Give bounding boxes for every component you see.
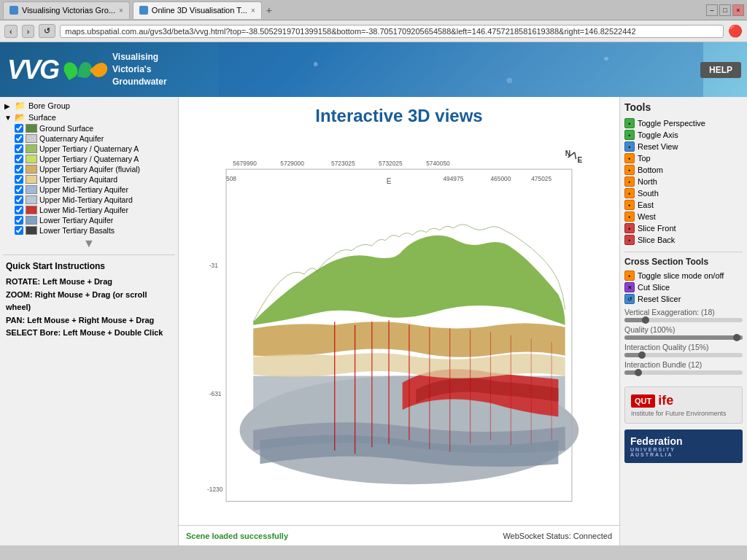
layer-checkbox[interactable] xyxy=(15,165,23,174)
status-loaded: Scene loaded successfully xyxy=(186,532,288,540)
layer-label: Upper Tertiary / Quaternary A xyxy=(39,144,139,153)
tool-icon: ▪ xyxy=(624,188,635,198)
tool-label: East xyxy=(638,201,654,209)
tool-label: Toggle Axis xyxy=(638,131,678,139)
slider-track[interactable] xyxy=(624,353,743,357)
layer-checkbox[interactable] xyxy=(15,195,23,204)
tab-favicon-2 xyxy=(139,6,148,15)
svg-text:-631: -631 xyxy=(209,390,222,397)
slider-group: Quality (100%) xyxy=(624,325,743,340)
layer-swatch xyxy=(26,185,37,194)
help-button[interactable]: HELP xyxy=(700,62,741,78)
layer-row: Lower Tertiary Aquifer xyxy=(13,215,175,225)
tab-online3d[interactable]: Online 3D Visualisation T... × xyxy=(133,1,262,19)
close-button[interactable]: × xyxy=(732,4,744,16)
viewport-title: Interactive 3D views xyxy=(179,97,619,131)
tool-item[interactable]: ▪ East xyxy=(624,199,743,211)
svg-text:508: 508 xyxy=(226,175,236,182)
browser-icon: 🔴 xyxy=(728,24,743,38)
tool-item[interactable]: ▪ Toggle Axis xyxy=(624,129,743,141)
tool-item[interactable]: ▪ Top xyxy=(624,152,743,164)
status-bar: Scene loaded successfully WebSocket Stat… xyxy=(179,525,619,545)
tab-favicon-1 xyxy=(9,6,18,15)
tab-close-1[interactable]: × xyxy=(119,7,123,15)
tool-icon: ▪ xyxy=(624,141,635,152)
cross-tool-icon: ✕ xyxy=(624,282,635,292)
scroll-down-indicator: ▼ xyxy=(3,236,175,252)
address-bar[interactable]: maps.ubspatial.com.au/gvs3d/beta3/vvg.ht… xyxy=(60,25,724,38)
app-header: VVG Visualising Victoria's Groundwater H… xyxy=(0,42,747,97)
layer-label: Ground Surface xyxy=(39,124,93,133)
layer-row: Upper Tertiary / Quaternary A xyxy=(13,154,175,164)
tab-close-2[interactable]: × xyxy=(251,7,255,15)
tool-item[interactable]: ▪ Slice Back xyxy=(624,234,743,246)
tool-item[interactable]: ▪ North xyxy=(624,176,743,187)
cross-tool-item[interactable]: ↺ Reset Slicer xyxy=(624,293,743,305)
tab-label-2: Online 3D Visualisation T... xyxy=(152,6,247,15)
cross-tool-label: Toggle slice mode on/off xyxy=(638,271,724,280)
nav-bar: ‹ › ↺ maps.ubspatial.com.au/gvs3d/beta3/… xyxy=(0,20,747,42)
back-button[interactable]: ‹ xyxy=(4,25,18,38)
surface-expand-icon[interactable]: ▼ xyxy=(4,114,12,122)
layer-checkbox[interactable] xyxy=(15,134,23,143)
expand-icon[interactable]: ▶ xyxy=(4,102,12,110)
browser-tab-bar: Visualising Victorias Gro... × Online 3D… xyxy=(0,0,747,20)
svg-text:465000: 465000 xyxy=(490,175,511,182)
forward-button[interactable]: › xyxy=(22,25,35,38)
tool-icon: ▪ xyxy=(624,165,635,175)
main-layout: ▶ 📁 Bore Group ▼ 📂 Surface Ground Surfac… xyxy=(0,97,747,545)
layer-checkbox[interactable] xyxy=(15,226,23,235)
maximize-button[interactable]: □ xyxy=(719,4,731,16)
status-websocket: WebSocket Status: Connected xyxy=(503,532,612,540)
layer-checkbox[interactable] xyxy=(15,175,23,184)
layer-checkbox[interactable] xyxy=(15,216,23,225)
slider-track[interactable] xyxy=(624,335,743,340)
slider-track[interactable] xyxy=(624,318,743,322)
tools-list: ▪ Toggle Perspective ▪ Toggle Axis ▪ Res… xyxy=(624,117,743,246)
layer-label: Upper Tertiary Aquitard xyxy=(39,175,117,184)
slider-track[interactable] xyxy=(624,370,743,375)
layer-swatch xyxy=(26,226,37,235)
svg-text:-1230: -1230 xyxy=(207,486,223,493)
tool-item[interactable]: ▪ Toggle Perspective xyxy=(624,117,743,129)
fed-sub1: UNIVERSITY xyxy=(630,447,676,452)
tree-surface[interactable]: ▼ 📂 Surface xyxy=(3,112,175,123)
layer-checkbox[interactable] xyxy=(15,124,23,133)
tool-label: Slice Back xyxy=(638,236,675,244)
tool-item[interactable]: ▪ West xyxy=(624,211,743,222)
layer-label: Lower Mid-Tertiary Aquifer xyxy=(39,206,128,214)
header-water-bg xyxy=(219,42,703,97)
layer-row: Upper Tertiary Aquifer (fluvial) xyxy=(13,164,175,174)
tool-label: Top xyxy=(638,154,651,163)
svg-text:5679990: 5679990 xyxy=(233,160,257,167)
svg-text:-31: -31 xyxy=(209,262,218,269)
slider-group: Interaction Bundle (12) xyxy=(624,360,743,375)
tool-label: North xyxy=(638,177,657,186)
layer-label: Upper Mid-Tertiary Aquitard xyxy=(39,195,133,204)
new-tab-button[interactable]: + xyxy=(262,4,276,16)
tab-label-1: Visualising Victorias Gro... xyxy=(22,6,115,15)
tree-bore-group[interactable]: ▶ 📁 Bore Group xyxy=(3,100,175,112)
tool-icon: ▪ xyxy=(624,223,635,233)
tool-label: West xyxy=(638,212,656,221)
layer-checkbox[interactable] xyxy=(15,185,23,194)
reload-button[interactable]: ↺ xyxy=(39,24,55,38)
tool-item[interactable]: ▪ South xyxy=(624,187,743,199)
layer-row: Upper Mid-Tertiary Aquifer xyxy=(13,184,175,195)
quick-start: Quick Start Instructions ROTATE: Left Mo… xyxy=(3,254,175,346)
qut-label: QUT xyxy=(631,394,655,408)
tool-item[interactable]: ▪ Slice Front xyxy=(624,222,743,234)
cross-tool-item[interactable]: ✕ Cut Slice xyxy=(624,281,743,293)
layer-swatch xyxy=(26,206,37,214)
layer-swatch xyxy=(26,175,37,184)
layer-checkbox[interactable] xyxy=(15,206,23,214)
tool-item[interactable]: ▪ Reset View xyxy=(624,141,743,152)
center-viewport[interactable]: Interactive 3D views N E 5679990 5729000… xyxy=(179,97,619,545)
cross-tool-item[interactable]: ▪ Toggle slice mode on/off xyxy=(624,270,743,281)
layer-checkbox[interactable] xyxy=(15,155,23,163)
minimize-button[interactable]: – xyxy=(706,4,718,16)
slider-group: Vertical Exaggeration: (18) xyxy=(624,308,743,322)
layer-checkbox[interactable] xyxy=(15,144,23,153)
tool-item[interactable]: ▪ Bottom xyxy=(624,164,743,176)
tab-visualising[interactable]: Visualising Victorias Gro... × xyxy=(3,1,130,19)
